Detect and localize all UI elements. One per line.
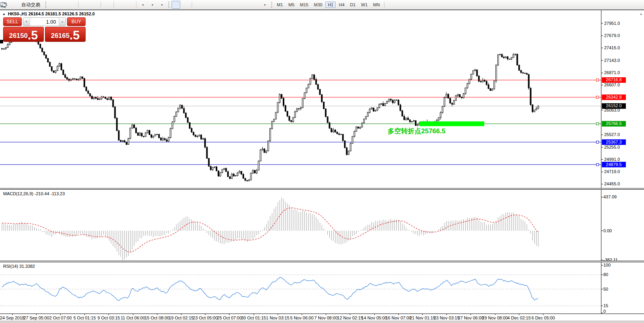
date-tick: [326, 314, 326, 315]
zoom-in-button[interactable]: [80, 1, 89, 9]
notes-button[interactable]: [9, 1, 18, 9]
chevron-down-icon: ▾: [151, 3, 153, 7]
search-button[interactable]: [622, 1, 630, 9]
crosshair-tool-button[interactable]: [181, 1, 190, 9]
cursor-tool-button[interactable]: [172, 1, 180, 9]
window-divider[interactable]: [0, 261, 644, 262]
toolbar-separator: [114, 2, 114, 8]
volume-value[interactable]: 1.00: [30, 18, 59, 26]
price-tick-label: 27951.0: [604, 21, 620, 26]
fibonacci-tool-button[interactable]: F: [232, 1, 241, 9]
date-label: 1 Nov 03:15: [266, 316, 289, 320]
timeframe-M30[interactable]: M30: [312, 2, 325, 8]
buy-price-display[interactable]: 26165 .5: [45, 27, 86, 42]
templates-button[interactable]: ▾: [157, 1, 166, 9]
price-tick-label: 25255.0: [604, 145, 620, 149]
timeframe-W1[interactable]: W1: [359, 2, 370, 8]
toolbar: 单 自动交易 ▾ ▾ ▾ E F A T ▾ M1M5M15M: [0, 0, 644, 10]
macd-values: -210.44 -113.23: [34, 191, 65, 196]
autotrade-button[interactable]: 自动交易: [19, 1, 43, 9]
timeframe-H1[interactable]: H1: [325, 2, 336, 8]
highlight-bar[interactable]: [419, 121, 484, 126]
date-label: 23 Nov 03:15: [434, 316, 459, 320]
svg-text:24879.5: 24879.5: [606, 162, 622, 167]
date-tick: [422, 314, 423, 315]
svg-text:25367.3: 25367.3: [606, 140, 622, 144]
auto-scroll-button[interactable]: [116, 1, 125, 9]
date-label: 11 Oct 06:00: [121, 316, 145, 320]
date-label: 23 Oct 05:00: [193, 316, 218, 320]
level-line-handle[interactable]: [596, 79, 599, 81]
date-tick: [254, 314, 254, 315]
date-tick: [12, 314, 13, 315]
candlestick-chart-button[interactable]: [58, 1, 67, 9]
rsi-value: 31.3382: [19, 264, 35, 269]
comments-button[interactable]: [631, 1, 640, 9]
date-tick: [302, 314, 302, 315]
vertical-line-tool-button[interactable]: [194, 1, 203, 9]
svg-text:25766.5: 25766.5: [606, 121, 622, 126]
periods-button[interactable]: ▾: [148, 1, 157, 9]
volume-up-button[interactable]: ▲: [59, 18, 65, 26]
date-label: 16 Nov 07:00: [385, 316, 411, 320]
ohlc-values: 26164.5 26181.5 26126.5 26152.0: [28, 11, 95, 16]
date-axis[interactable]: 24 Sep 201827 Sep 05:002 Oct 07:005 Oct …: [0, 314, 644, 321]
text-tool-button[interactable]: A: [241, 1, 250, 9]
level-line-handle[interactable]: [596, 96, 599, 99]
tile-windows-button[interactable]: [103, 1, 112, 9]
zoom-out-button[interactable]: [90, 1, 99, 9]
level-line-handle[interactable]: [596, 141, 599, 143]
rsi-panel-canvas[interactable]: 1008050150: [0, 262, 644, 314]
volume-stepper: ▼ 1.00 ▲: [23, 17, 66, 26]
price-chart-canvas[interactable]: 27951.027679.027415.027143.026871.026607…: [0, 10, 644, 188]
date-label: 15 Oct 08:00: [145, 316, 170, 320]
timeframe-MN[interactable]: MN: [371, 2, 382, 8]
date-tick: [36, 314, 37, 315]
indicators-button[interactable]: ▾: [138, 1, 147, 9]
date-label: 12 Nov 02:15: [337, 316, 363, 320]
channel-tool-button[interactable]: E: [222, 1, 231, 9]
date-tick: [181, 314, 181, 315]
buy-button[interactable]: BUY: [67, 17, 86, 26]
date-tick: [398, 314, 399, 315]
toolbar-grip: [45, 2, 46, 8]
timeframe-M15[interactable]: M15: [298, 2, 311, 8]
timeframe-M1[interactable]: M1: [274, 2, 285, 8]
timeframe-M5[interactable]: M5: [286, 2, 297, 8]
timeframe-H4[interactable]: H4: [336, 2, 347, 8]
chevron-down-icon: ▾: [161, 3, 162, 7]
horizontal-line-tool-button[interactable]: [203, 1, 212, 9]
label-tool-button[interactable]: T: [251, 1, 259, 9]
trendline-tool-button[interactable]: [213, 1, 222, 9]
timeframe-D1[interactable]: D1: [348, 2, 358, 8]
arrows-tool-button[interactable]: ▾: [260, 1, 269, 9]
level-line-handle[interactable]: [596, 163, 599, 166]
bar-chart-button[interactable]: [49, 1, 57, 9]
sell-price-dec: .5: [28, 30, 38, 41]
rsi-line: [2, 277, 538, 301]
comment-bubbles-icon: [0, 2, 6, 8]
price-tick-label: 24455.0: [604, 181, 620, 186]
chart-shift-button[interactable]: [125, 1, 134, 9]
symbol-name: HK50-,H1: [8, 11, 27, 16]
date-label: 19 Oct 02:15: [169, 316, 194, 320]
annotation-text[interactable]: 多空转折点25766.5: [388, 127, 445, 135]
macd-panel-canvas[interactable]: 437.090.00-382.11: [0, 190, 644, 261]
chart-edge-marker: [0, 40, 3, 43]
rsi-label: RSI(14) 31.3382: [3, 264, 35, 269]
buy-price-int: 26165: [51, 32, 69, 39]
scroll-up-icon[interactable]: ▲: [639, 12, 643, 16]
date-label: 2 Oct 07:00: [49, 316, 72, 320]
level-line-handle[interactable]: [596, 123, 599, 125]
date-tick: [470, 314, 471, 315]
sell-price-display[interactable]: 26150 .5: [3, 27, 44, 42]
sell-button[interactable]: SELL: [3, 17, 22, 26]
window-divider[interactable]: [0, 188, 644, 190]
collapse-icon[interactable]: ▲: [2, 12, 6, 16]
date-tick: [84, 314, 85, 315]
date-label: 9 Oct 03:15: [97, 316, 120, 320]
line-chart-button[interactable]: [67, 1, 76, 9]
toolbar-separator: [136, 2, 136, 8]
volume-down-button[interactable]: ▼: [23, 18, 30, 26]
chevron-down-icon: ▾: [142, 3, 144, 7]
